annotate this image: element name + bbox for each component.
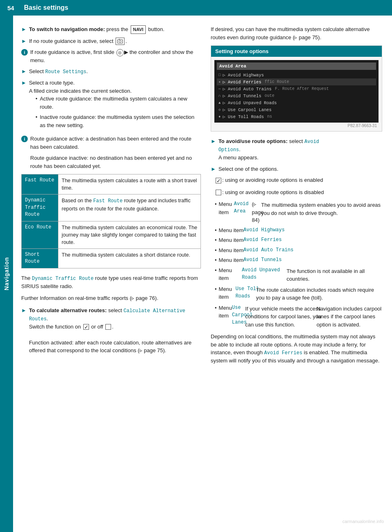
table-row-dtr: DynamicTrafficRoute Based on the Fast Ro… — [22, 194, 201, 221]
avoid-area-code: Avoid Area — [234, 200, 252, 224]
autotrains-right: F. Route After Request — [275, 87, 329, 91]
toll-right: ns — [267, 114, 272, 119]
intro-para: If desired, you can have the multimedia … — [211, 25, 382, 41]
bullet-info-active: i If route guidance is active, first sli… — [21, 48, 201, 64]
route-name-dtr: DynamicTrafficRoute — [22, 194, 58, 221]
inactive-text: Route guidance inactive: no destination … — [30, 154, 201, 170]
menu-row-ferries: ✦ ▷ Avoid Ferries ffic Route — [217, 78, 376, 85]
route-desc-dtr: Based on the Fast Route route type and i… — [58, 194, 201, 221]
menu-row-unpaved: ▲ ▷ Avoid Unpaved Roads — [217, 99, 376, 106]
menu-mockup: Avoid Area □ ▷ Avoid Highways ✦ ▷ Avoid … — [214, 60, 379, 123]
watermark: carmanualonline.info — [342, 519, 384, 524]
list-item-avoid-highways: Menu item Avoid Highways — [215, 226, 382, 235]
main-content: ► To switch to navigation mode: press th… — [13, 16, 392, 532]
arrow-icon-1: ► — [21, 25, 27, 34]
route-table: Fast Route The multimedia system calcula… — [21, 174, 201, 268]
main-layout: Navigation ► To switch to navigation mod… — [0, 16, 392, 532]
table-row-fast: Fast Route The multimedia system calcula… — [22, 174, 201, 194]
toll-icon: ♦ — [218, 115, 220, 119]
ferries-icon: ✦ — [218, 80, 220, 84]
list-item-avoid-area: Menu item Avoid Area (▹ page 84) The mul… — [215, 200, 382, 224]
menu-row-autotrains: — ▷ Avoid Auto Trains F. Route After Req… — [217, 85, 376, 92]
calc-alt-label: To calculate alternative routes: — [29, 307, 107, 313]
bullet-info-route-active: i Route guidance active: a destination h… — [21, 135, 201, 151]
right-column: If desired, you can have the multimedia … — [211, 25, 382, 524]
page-header: 54 Basic settings — [0, 0, 392, 16]
arrow-icon-5: ► — [21, 306, 27, 315]
list-item-use-toll: Menu item Use Toll Roads The route calcu… — [215, 285, 382, 302]
arrow-icon-4: ► — [21, 79, 27, 87]
arrow-icon-6: ► — [211, 137, 216, 145]
table-row-short: ShortRoute The multimedia system calcula… — [22, 248, 201, 268]
menu-row-tunnels: ∩ ▷ Avoid Tunnels oute — [217, 92, 376, 99]
bullet-select-route-type: ► Select a route type. A filled circle i… — [21, 79, 201, 132]
check-on-para: : using or avoiding route options is ena… — [215, 176, 382, 184]
further-info: Further Information on real-time traffic… — [21, 294, 201, 302]
avoid-options-label: To avoid/use route options: — [218, 138, 287, 144]
table-row-eco: Eco Route The multimedia system calculat… — [22, 221, 201, 248]
switch-nav-label: To switch to navigation mode: — [29, 26, 105, 32]
settings-box-image: Avoid Area □ ▷ Avoid Highways ✦ ▷ Avoid … — [211, 57, 382, 131]
dot-inactive-route: • Inactive route guidance: the multimedi… — [36, 113, 201, 129]
select-icon — [116, 38, 125, 45]
arrow-icon-3: ► — [21, 67, 27, 76]
route-desc-fast: The multimedia system calculates a route… — [58, 174, 201, 194]
list-item-avoid-trains: Menu item Avoid Auto Trains — [215, 246, 382, 255]
avoid-tunnels-code: Avoid Tunnels — [243, 256, 282, 264]
controller-icon: ◎ — [116, 49, 124, 56]
tunnels-icon: ∩ — [218, 94, 220, 98]
carpool-icon: ◇ — [218, 107, 220, 112]
list-item-avoid-tunnels: Menu item Avoid Tunnels — [215, 256, 382, 264]
checkbox-off — [105, 324, 111, 330]
arrow-icon-2: ► — [21, 37, 27, 45]
list-item-avoid-ferries: Menu item Avoid Ferries — [215, 236, 382, 244]
checkbox-on — [83, 324, 89, 330]
menu-row-carpool: ◇ ▷ Use Carpool Lanes — [217, 106, 376, 113]
menu-row-highways: □ ▷ Avoid Highways — [217, 72, 376, 78]
route-name-eco: Eco Route — [22, 221, 58, 248]
fast-route-ref: Fast Route — [93, 198, 122, 204]
route-desc-short: The multimedia system calculates a short… — [58, 248, 201, 268]
avoid-ferries-ref: Avoid Ferries — [264, 350, 303, 356]
bullet-avoid-options: ► To avoid/use route options: select Avo… — [211, 137, 382, 162]
settings-box-title: Setting route options — [211, 46, 382, 57]
info-icon-2: i — [21, 136, 28, 142]
settings-box: Setting route options Avoid Area □ ▷ Avo… — [211, 45, 382, 132]
page-title: Basic settings — [24, 4, 68, 11]
menu-mockup-header: Avoid Area — [217, 63, 376, 70]
left-column: ► To switch to navigation mode: press th… — [21, 25, 201, 524]
list-item-avoid-unpaved: Menu item Avoid Unpaved Roads The functi… — [215, 266, 382, 283]
side-tab: Navigation — [0, 16, 13, 532]
ferries-right: ffic Route — [265, 80, 289, 84]
checkbox-off-right — [216, 190, 221, 195]
camera-icon — [117, 38, 123, 44]
dot-active-route: • Active route guidance: the multimedia … — [36, 95, 201, 111]
bullet-calc-alt: ► To calculate alternative routes: selec… — [21, 306, 201, 355]
checkbox-on-right — [216, 178, 221, 183]
info-icon-1: i — [21, 49, 28, 56]
autotrains-icon: — — [218, 87, 220, 91]
svg-point-1 — [119, 40, 121, 42]
bullet-switch-nav: ► To switch to navigation mode: press th… — [21, 25, 201, 34]
route-name-fast: Fast Route — [22, 174, 58, 194]
avoid-trains-code: Avoid Auto Trains — [243, 246, 293, 255]
side-tab-label: Navigation — [3, 257, 10, 291]
avoid-unpaved-code: Avoid Unpaved Roads — [242, 266, 294, 283]
final-para: Depending on local conditions, the multi… — [211, 333, 382, 365]
image-ref: P82.87-9663-31 — [214, 123, 379, 128]
tunnels-right: oute — [265, 94, 274, 98]
unpaved-icon: ▲ — [218, 101, 220, 105]
avoid-highways-code: Avoid Highways — [243, 226, 285, 235]
check-off-para: : using or avoiding route options is dis… — [215, 188, 382, 197]
dtr-code: Dynamic Traffic Route — [32, 276, 94, 282]
bullet-no-route: ► If no route guidance is active, select… — [21, 37, 201, 45]
bullet-select-option: ► Select one of the options. — [211, 165, 382, 173]
dtr-note: The Dynamic Traffic Route route type use… — [21, 274, 201, 291]
route-desc-eco: The multimedia system calculates an econ… — [58, 221, 201, 248]
navi-button: NAVI — [131, 25, 146, 34]
route-name-short: ShortRoute — [22, 248, 58, 268]
arrow-icon-7: ► — [211, 165, 216, 173]
svg-rect-2 — [119, 39, 120, 40]
bullet-select-route-settings: ► Select Route Settings. — [21, 67, 201, 76]
menu-row-toll: ♦ ▷ Use Toll Roads ns — [217, 113, 376, 120]
